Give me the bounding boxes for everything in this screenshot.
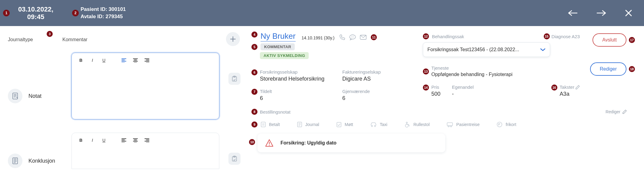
svg-point-7 (351, 37, 352, 37)
remaining-value: 6 (342, 95, 370, 101)
note-icon (8, 89, 22, 103)
patient-name-link[interactable]: Ny Bruker (261, 31, 296, 41)
appointment-id: Avtale ID: 279345 (81, 14, 126, 20)
align-center-button[interactable] (132, 57, 138, 63)
frikort-icon (496, 121, 503, 128)
wheelchair-icon (404, 121, 410, 128)
align-left-button[interactable] (121, 57, 127, 63)
journal-icon (297, 121, 302, 128)
insurance-grid: 6 Forsikringsselskap Storebrand Helsefor… (248, 69, 636, 108)
appointment-datetime-wrap: 1 03.10.2022, 09:45 (3, 5, 60, 21)
flag-rullestol[interactable]: Rullestol (404, 121, 430, 128)
svg-rect-13 (337, 122, 341, 127)
conclusion-label: Konklusjon (28, 158, 55, 164)
note-label-wrap: Notat (8, 53, 62, 119)
svg-rect-0 (13, 93, 18, 99)
order-note-edit-link[interactable]: Rediger (606, 109, 636, 114)
svg-point-14 (371, 125, 373, 127)
svg-point-16 (406, 122, 407, 123)
flag-mott[interactable]: Møtt (336, 121, 353, 128)
svg-point-15 (374, 125, 376, 127)
svg-rect-11 (261, 122, 265, 127)
note-row: Notat B I U (8, 53, 241, 119)
badge-9: 9 (251, 121, 257, 128)
journal-head-row: 3 Journaltype Kommentar (8, 37, 241, 42)
conclusion-icon (8, 154, 22, 168)
align-right-button-2[interactable] (144, 137, 150, 143)
align-right-button[interactable] (144, 57, 150, 63)
patient-header: 4 Ny Bruker 14.10.1991 (30y.) 11 (248, 31, 636, 41)
badge-2: 2 (72, 10, 79, 16)
badge-1: 1 (3, 10, 10, 16)
svg-point-19 (448, 126, 449, 127)
mail-icon[interactable] (360, 35, 367, 40)
badge-11: 11 (371, 34, 377, 40)
remaining-label: Gjenværende (342, 89, 370, 94)
prev-arrow-icon[interactable] (567, 9, 578, 17)
top-bar: 1 03.10.2022, 09:45 2 Pasient ID: 300101… (0, 0, 644, 26)
conclusion-editor[interactable]: B I U (71, 133, 219, 169)
active-sickleave-tag: AKTIV SYKMELDING (260, 52, 309, 59)
transport-icon (446, 122, 453, 127)
topbar-right-nav (567, 9, 632, 17)
conclusion-row: Konklusjon B I U (8, 133, 241, 169)
underline-button[interactable]: U (101, 57, 107, 63)
badge-8: 8 (251, 109, 257, 115)
note-clipboard-button[interactable] (228, 73, 241, 85)
svg-rect-18 (447, 123, 453, 126)
flag-pasientreise[interactable]: Pasientreise (446, 122, 480, 127)
patient-birth-age: 14.10.1991 (30y.) (302, 35, 335, 40)
bold-button-2[interactable]: B (78, 137, 84, 143)
case-select-text: Forsikringssak Test123456 - (22.08.2022.… (427, 47, 519, 52)
warning-text: Forsikring: Ugyldig dato (281, 140, 337, 146)
phone-icon[interactable] (339, 34, 345, 40)
badge-4: 4 (251, 31, 257, 38)
bold-button[interactable]: B (78, 57, 84, 63)
svg-point-22 (269, 145, 270, 146)
assigned-value: 6 (260, 95, 272, 101)
conclusion-clipboard-button[interactable] (228, 153, 241, 165)
flag-betalt[interactable]: Betalt (261, 121, 280, 128)
flag-frikort[interactable]: frikort (496, 121, 516, 128)
flag-journal[interactable]: Journal (297, 121, 319, 128)
note-editor[interactable]: B I U (71, 53, 219, 119)
warning-box: 10 Forsikring: Ugyldig dato (257, 134, 445, 152)
svg-rect-3 (13, 158, 18, 164)
svg-point-9 (354, 37, 354, 37)
italic-button[interactable]: I (89, 57, 95, 63)
case-select[interactable]: Forsikringssak Test123456 - (22.08.2022.… (423, 42, 550, 57)
details-column: 12 Behandlingssak 15 Diagnose A23 Forsik… (248, 26, 644, 189)
badge-10: 10 (249, 139, 255, 145)
ids-wrap: 2 Pasient ID: 300101 Avtale ID: 279345 (72, 6, 126, 20)
journal-type-label: Journaltype (8, 37, 62, 42)
badge-6: 6 (251, 69, 257, 75)
chevron-down-icon (540, 48, 546, 51)
ids: Pasient ID: 300101 Avtale ID: 279345 (81, 6, 126, 20)
svg-point-20 (450, 126, 452, 127)
align-center-button-2[interactable] (132, 137, 138, 143)
order-note-label: Bestillingsnotat (260, 109, 290, 114)
payment-icon (261, 121, 266, 128)
badge-3: 3 (47, 31, 53, 37)
billing-company-label: Faktureringselskap (342, 69, 381, 75)
conclusion-editor-toolbar: B I U (72, 133, 219, 148)
svg-point-8 (352, 37, 353, 37)
next-arrow-icon[interactable] (596, 9, 607, 17)
note-label: Notat (28, 93, 41, 99)
journal-column: 3 Journaltype Kommentar Notat B I U (0, 26, 248, 189)
taxi-icon (370, 122, 377, 127)
patient-id: Pasient ID: 300101 (81, 6, 126, 12)
badge-7: 7 (251, 89, 257, 95)
align-left-button-2[interactable] (121, 137, 127, 143)
billing-company-value: Digicare AS (342, 76, 381, 82)
flag-taxi[interactable]: Taxi (370, 122, 387, 127)
italic-button-2[interactable]: I (89, 137, 95, 143)
close-icon[interactable] (625, 10, 632, 16)
appointment-datetime: 03.10.2022, 09:45 (12, 5, 60, 21)
conclusion-label-wrap: Konklusjon (8, 133, 62, 169)
checkin-icon (336, 121, 342, 128)
assigned-label: Tildelt (260, 89, 272, 94)
sms-icon[interactable] (349, 34, 356, 40)
underline-button-2[interactable]: U (101, 137, 107, 143)
flags-row: 9 Betalt Journal Møtt Taxi Rullestol (248, 121, 636, 128)
